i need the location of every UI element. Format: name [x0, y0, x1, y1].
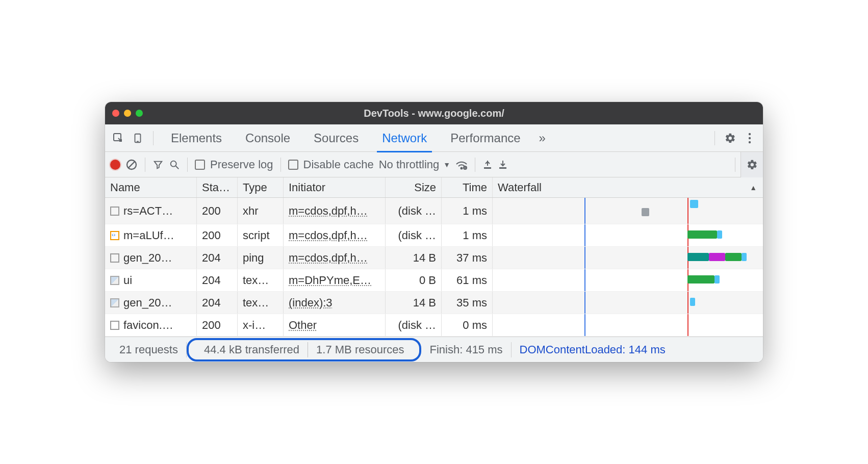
- cell-waterfall: [493, 198, 763, 224]
- dropdown-arrow-icon: ▼: [443, 161, 450, 169]
- cell-size: 14 B: [386, 247, 442, 269]
- inspect-element-icon[interactable]: [110, 130, 126, 146]
- kebab-menu-icon[interactable]: [742, 130, 758, 146]
- titlebar: DevTools - www.google.com/: [105, 102, 763, 124]
- table-row[interactable]: gen_20… 204 tex… (index):3 14 B 35 ms: [105, 292, 763, 314]
- window-title: DevTools - www.google.com/: [105, 108, 763, 119]
- cell-size: 14 B: [386, 292, 442, 314]
- filter-icon[interactable]: [152, 159, 164, 170]
- cell-size: (disk …: [386, 198, 442, 224]
- cell-waterfall: [493, 247, 763, 269]
- cell-status: 200: [197, 224, 238, 246]
- close-window-button[interactable]: [112, 110, 119, 117]
- col-name[interactable]: Name: [105, 177, 197, 197]
- disable-cache-checkbox[interactable]: Disable cache: [288, 158, 374, 171]
- clear-button[interactable]: [125, 159, 138, 171]
- finish-time: Finish: 415 ms: [421, 342, 511, 357]
- table-row[interactable]: gen_20… 204 ping m=cdos,dpf,h… 14 B 37 m…: [105, 247, 763, 269]
- minimize-window-button[interactable]: [124, 110, 131, 117]
- cell-initiator[interactable]: m=cdos,dpf,h…: [284, 224, 386, 246]
- file-type-icon: [110, 207, 119, 216]
- svg-point-5: [749, 141, 751, 143]
- tab-network[interactable]: Network: [372, 124, 437, 152]
- cell-size: (disk …: [386, 314, 442, 336]
- cell-initiator[interactable]: Other: [284, 314, 386, 336]
- col-initiator[interactable]: Initiator: [284, 177, 386, 197]
- file-type-icon: [110, 298, 119, 307]
- resources-size: 1.7 MB resources: [308, 342, 412, 357]
- cell-name: gen_20…: [123, 251, 172, 265]
- tab-elements[interactable]: Elements: [161, 124, 232, 152]
- cell-status: 200: [197, 198, 238, 224]
- file-type-icon: [110, 321, 119, 330]
- table-row[interactable]: ui 204 tex… m=DhPYme,E… 0 B 61 ms: [105, 269, 763, 292]
- col-status[interactable]: Sta…: [197, 177, 238, 197]
- throttling-value: No throttling: [379, 158, 440, 171]
- divider: [714, 131, 715, 145]
- divider: [153, 131, 154, 145]
- tab-console[interactable]: Console: [235, 124, 300, 152]
- record-button[interactable]: [110, 160, 120, 170]
- cell-initiator[interactable]: m=cdos,dpf,h…: [284, 247, 386, 269]
- cell-time: 37 ms: [442, 247, 493, 269]
- col-size[interactable]: Size: [386, 177, 442, 197]
- network-table: Name Sta… Type Initiator Size Time Water…: [105, 177, 763, 337]
- cell-initiator[interactable]: m=DhPYme,E…: [284, 269, 386, 291]
- cell-type: xhr: [238, 198, 284, 224]
- file-type-icon: [110, 253, 119, 263]
- cell-time: 1 ms: [442, 198, 493, 224]
- table-row[interactable]: m=aLUf… 200 script m=cdos,dpf,h… (disk ……: [105, 224, 763, 247]
- cell-waterfall: [493, 269, 763, 291]
- transferred-size: 44.4 kB transferred: [196, 342, 308, 357]
- cell-waterfall: [493, 224, 763, 246]
- col-waterfall-label: Waterfall: [498, 181, 542, 194]
- import-har-icon[interactable]: [482, 160, 493, 170]
- zoom-window-button[interactable]: [136, 110, 143, 117]
- svg-point-10: [461, 167, 463, 169]
- export-har-icon[interactable]: [498, 160, 508, 170]
- svg-rect-12: [484, 167, 491, 169]
- table-body: rs=ACT… 200 xhr m=cdos,dpf,h… (disk … 1 …: [105, 198, 763, 337]
- cell-name: m=aLUf…: [123, 229, 174, 242]
- network-settings-icon[interactable]: [741, 152, 763, 177]
- sort-indicator-icon: ▲: [750, 184, 757, 192]
- devtools-tabs: Elements Console Sources Network Perform…: [105, 124, 763, 152]
- window-controls: [112, 110, 143, 117]
- network-conditions-icon[interactable]: [455, 160, 468, 170]
- cell-name: favicon.…: [123, 319, 173, 332]
- cell-type: ping: [238, 247, 284, 269]
- table-row[interactable]: rs=ACT… 200 xhr m=cdos,dpf,h… (disk … 1 …: [105, 198, 763, 224]
- cell-type: x-i…: [238, 314, 284, 336]
- tabs-overflow-icon[interactable]: »: [534, 131, 551, 145]
- settings-gear-icon[interactable]: [722, 130, 738, 146]
- cell-initiator[interactable]: (index):3: [284, 292, 386, 314]
- svg-rect-13: [499, 167, 506, 169]
- highlighted-stats: 44.4 kB transferred 1.7 MB resources: [187, 338, 422, 362]
- cell-initiator[interactable]: m=cdos,dpf,h…: [284, 198, 386, 224]
- domcontentloaded-time: DOMContentLoaded: 144 ms: [512, 342, 674, 357]
- cell-waterfall: [493, 292, 763, 314]
- col-waterfall[interactable]: Waterfall ▲: [493, 177, 763, 197]
- col-time[interactable]: Time: [442, 177, 493, 197]
- device-toggle-icon[interactable]: [130, 130, 146, 146]
- cell-status: 204: [197, 269, 238, 291]
- disable-cache-label: Disable cache: [303, 158, 374, 171]
- cell-type: script: [238, 224, 284, 246]
- cell-time: 35 ms: [442, 292, 493, 314]
- svg-line-9: [176, 166, 179, 169]
- network-toolbar: Preserve log Disable cache No throttling…: [105, 152, 763, 177]
- cell-type: tex…: [238, 269, 284, 291]
- throttling-select[interactable]: No throttling ▼: [379, 158, 450, 171]
- table-row[interactable]: favicon.… 200 x-i… Other (disk … 0 ms: [105, 314, 763, 337]
- cell-time: 1 ms: [442, 224, 493, 246]
- col-type[interactable]: Type: [238, 177, 284, 197]
- preserve-log-checkbox[interactable]: Preserve log: [195, 158, 273, 171]
- svg-point-4: [749, 137, 751, 139]
- cell-waterfall: [493, 314, 763, 336]
- tab-sources[interactable]: Sources: [303, 124, 369, 152]
- cell-status: 204: [197, 292, 238, 314]
- cell-size: 0 B: [386, 269, 442, 291]
- cell-time: 0 ms: [442, 314, 493, 336]
- search-icon[interactable]: [169, 159, 180, 170]
- tab-performance[interactable]: Performance: [440, 124, 530, 152]
